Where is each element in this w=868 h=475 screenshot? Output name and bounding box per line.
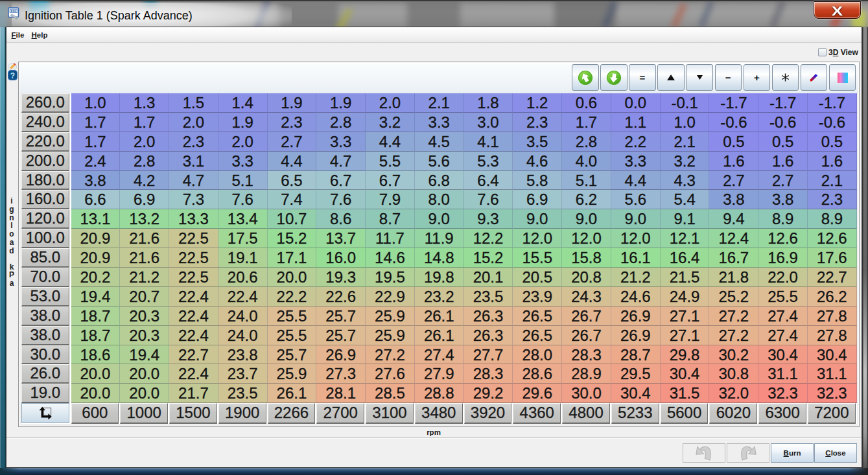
svg-text:?: ? [10,71,15,80]
